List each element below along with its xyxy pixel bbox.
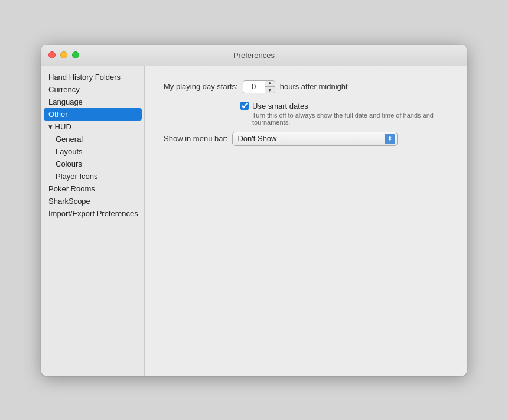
- minimize-button[interactable]: [60, 51, 67, 58]
- menu-bar-select-container: Don't ShowShowShow with icon ⬍: [232, 132, 398, 146]
- sidebar-item-currency[interactable]: Currency: [41, 83, 144, 96]
- sidebar-item-other[interactable]: Other: [44, 108, 142, 121]
- smart-dates-hint: Turn this off to always show the full da…: [252, 112, 448, 126]
- sidebar-item-sharkscope[interactable]: SharkScope: [41, 195, 144, 207]
- menu-bar-label: Show in menu bar:: [164, 134, 227, 143]
- preferences-window: Preferences Hand History FoldersCurrency…: [41, 45, 467, 376]
- menu-bar-row: Show in menu bar: Don't ShowShowShow wit…: [164, 132, 448, 146]
- maximize-button[interactable]: [72, 51, 79, 58]
- smart-dates-row: Use smart dates Turn this off to always …: [240, 102, 448, 126]
- menu-bar-select[interactable]: Don't ShowShowShow with icon: [232, 132, 398, 146]
- window-title: Preferences: [233, 51, 275, 60]
- smart-dates-checkbox-row: Use smart dates: [240, 102, 448, 110]
- main-panel: My playing day starts: ▲ ▼ hours after m…: [145, 66, 467, 376]
- sidebar-item-player-icons[interactable]: Player Icons: [41, 170, 144, 183]
- sidebar-item-layouts[interactable]: Layouts: [41, 145, 144, 158]
- stepper-arrows: ▲ ▼: [265, 80, 275, 93]
- hours-input[interactable]: [243, 80, 265, 93]
- playing-day-row: My playing day starts: ▲ ▼ hours after m…: [164, 80, 448, 93]
- stepper-down[interactable]: ▼: [265, 87, 275, 93]
- sidebar-item-import-export[interactable]: Import/Export Preferences: [41, 207, 144, 220]
- close-button[interactable]: [48, 51, 56, 58]
- sidebar-item-hand-history-folders[interactable]: Hand History Folders: [41, 71, 144, 83]
- playing-day-label: My playing day starts:: [164, 82, 238, 91]
- sidebar-item-colours[interactable]: Colours: [41, 158, 144, 170]
- sidebar-item-language[interactable]: Language: [41, 96, 144, 108]
- sidebar-item-hud[interactable]: ▾ HUD: [41, 121, 144, 133]
- smart-dates-checkbox[interactable]: [240, 102, 249, 110]
- hours-stepper[interactable]: ▲ ▼: [243, 80, 275, 93]
- window-controls: [48, 51, 79, 58]
- sidebar: Hand History FoldersCurrencyLanguageOthe…: [41, 66, 145, 376]
- sidebar-item-poker-rooms[interactable]: Poker Rooms: [41, 183, 144, 195]
- stepper-up[interactable]: ▲: [265, 80, 275, 87]
- after-midnight-label: hours after midnight: [280, 82, 348, 91]
- titlebar: Preferences: [41, 45, 467, 66]
- window-content: Hand History FoldersCurrencyLanguageOthe…: [41, 66, 467, 376]
- sidebar-item-general[interactable]: General: [41, 133, 144, 145]
- smart-dates-label: Use smart dates: [252, 102, 308, 110]
